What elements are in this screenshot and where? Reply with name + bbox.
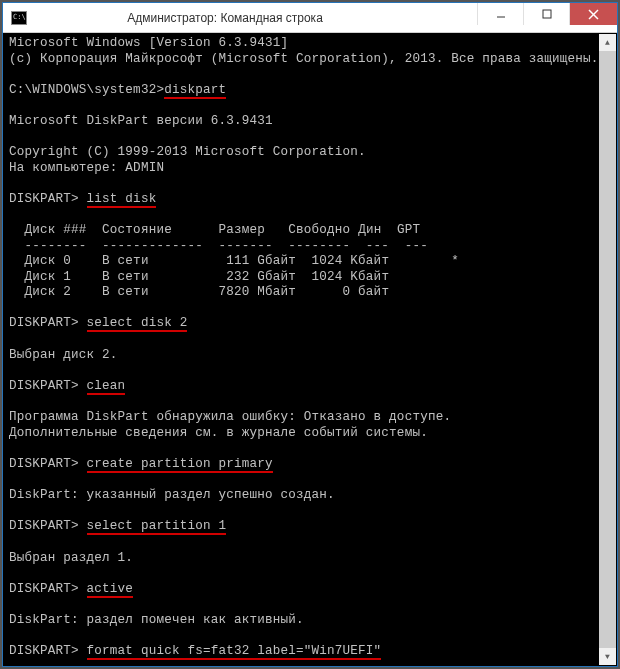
minimize-button[interactable] [477,3,523,25]
svg-rect-1 [543,10,551,18]
scroll-track[interactable] [599,51,616,648]
close-button[interactable] [569,3,617,25]
cmd-list-disk: list disk [87,193,157,208]
table-row: Диск 2 В сети 7820 Mбайт 0 байт [9,285,611,301]
scroll-up-button[interactable]: ▲ [599,34,616,51]
window-controls [477,3,617,25]
scroll-thumb[interactable] [599,51,616,648]
command-prompt-window: Администратор: Командная строка Microsof… [2,2,618,667]
diskpart-version: Microsoft DiskPart версии 6.3.9431 [9,114,611,130]
table-header: Диск ### Состояние Размер Свободно Дин G… [9,223,611,239]
cmd-active: active [87,583,134,598]
terminal-output[interactable]: Microsoft Windows [Version 6.3.9431](c) … [3,33,617,666]
header-line: (c) Корпорация Майкрософт (Microsoft Cor… [9,52,611,68]
cmd-select-partition: select partition 1 [87,520,227,535]
scroll-down-button[interactable]: ▼ [599,648,616,665]
diskpart-prompt: DISKPART> [9,316,87,330]
computer-name: На компьютере: ADMIN [9,161,611,177]
output-line: Программа DiskPart обнаружила ошибку: От… [9,410,611,426]
vertical-scrollbar[interactable]: ▲ ▼ [599,34,616,665]
window-title: Администратор: Командная строка [0,11,477,25]
cmd-diskpart: diskpart [164,84,226,99]
table-divider: -------- ------------- ------- -------- … [9,239,611,255]
output-line: Выбран диск 2. [9,348,611,364]
header-line: Microsoft Windows [Version 6.3.9431] [9,36,611,52]
output-line: DiskPart: раздел помечен как активный. [9,613,611,629]
cmd-format: format quick fs=fat32 label="Win7UEFI" [87,645,382,660]
output-line: DiskPart: указанный раздел успешно созда… [9,488,611,504]
diskpart-prompt: DISKPART> [9,379,87,393]
cmd-clean: clean [87,380,126,395]
table-row: Диск 1 В сети 232 Gбайт 1024 Kбайт [9,270,611,286]
diskpart-prompt: DISKPART> [9,519,87,533]
diskpart-prompt: DISKPART> [9,582,87,596]
diskpart-prompt: DISKPART> [9,644,87,658]
copyright: Copyright (C) 1999-2013 Microsoft Corpor… [9,145,611,161]
output-line: Дополнительные сведения см. в журнале со… [9,426,611,442]
titlebar[interactable]: Администратор: Командная строка [3,3,617,33]
table-row: Диск 0 В сети 111 Gбайт 1024 Kбайт * [9,254,611,270]
cmd-create-partition: create partition primary [87,458,273,473]
diskpart-prompt: DISKPART> [9,457,87,471]
diskpart-prompt: DISKPART> [9,192,87,206]
prompt-path: C:\WINDOWS\system32> [9,83,164,97]
output-line: Выбран раздел 1. [9,551,611,567]
cmd-select-disk: select disk 2 [87,317,188,332]
cmd-icon [11,11,27,25]
maximize-button[interactable] [523,3,569,25]
